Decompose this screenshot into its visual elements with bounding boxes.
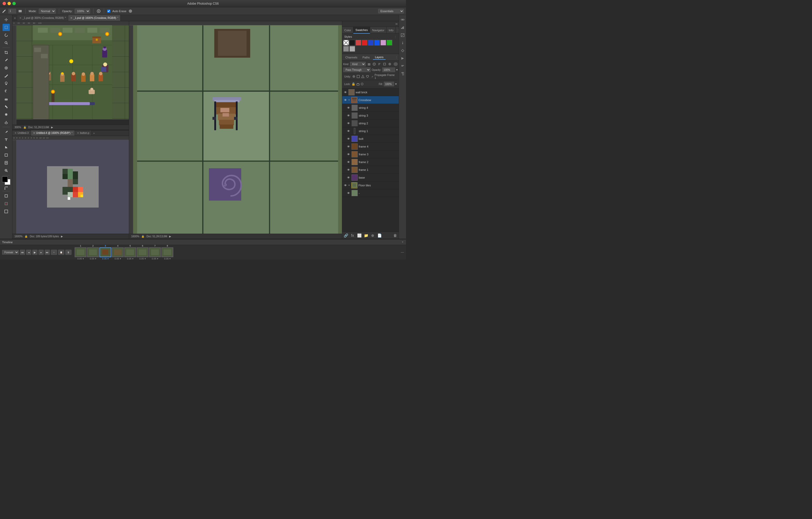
frame-item-5[interactable]: 5 0,05 ▾ (124, 245, 136, 260)
style-swatch-red1[interactable] (356, 40, 361, 46)
layer-adjustment-btn[interactable]: ⊕ (370, 233, 375, 238)
layer-panel-options[interactable]: ⋮ (395, 56, 398, 59)
eye-icon-string2[interactable]: 👁 (346, 121, 350, 125)
frame-item-8[interactable]: 8 0,05 ▾ (162, 245, 173, 260)
panel-tab-info[interactable]: Info (387, 27, 396, 34)
pen-tool[interactable] (3, 128, 10, 135)
mode-select[interactable]: Normal (39, 8, 56, 14)
lasso-tool[interactable] (3, 31, 10, 39)
frame-item-2[interactable]: 2 0,05 ▾ (87, 245, 99, 260)
delete-frame-btn[interactable]: 🗑 (65, 250, 71, 255)
tab-1psd-300[interactable]: ✕ _1.psd @ 300% (Crossbow, RGB/8) * (17, 15, 68, 21)
unity-icon2[interactable] (356, 75, 360, 78)
standard-mode-btn[interactable] (3, 192, 10, 199)
notes-tool[interactable] (3, 159, 10, 166)
styles-options-btn[interactable]: ⋮ (394, 35, 397, 38)
essentials-select[interactable]: Essentials (378, 9, 404, 13)
screen-mode-btn[interactable] (3, 208, 10, 215)
tab-close-icon-1[interactable]: ✕ (19, 17, 22, 19)
filter-toggle[interactable] (394, 62, 398, 66)
channel-mixer-btn[interactable] (399, 16, 406, 23)
adjust-filter-icon[interactable] (372, 62, 376, 66)
big-canvas-1600[interactable] (133, 25, 342, 234)
eye-icon-floor-tiles[interactable]: 👁 (343, 183, 347, 187)
quickmask-btn[interactable] (3, 200, 10, 207)
smart-filter-icon[interactable] (388, 62, 392, 66)
color-swatches[interactable] (2, 176, 10, 185)
style-swatch-black[interactable] (349, 40, 355, 46)
layer-frame2[interactable]: 👁 frame 2 (342, 158, 399, 166)
actions-btn[interactable] (399, 55, 406, 62)
foreground-color-swatch[interactable] (2, 176, 8, 182)
game-canvas-300[interactable] (16, 25, 129, 119)
tween-btn[interactable]: ≈ (51, 250, 57, 255)
style-swatch-green[interactable] (387, 40, 392, 46)
text-right-btn[interactable] (399, 62, 406, 70)
layer-string4[interactable]: 👁 string 4 (342, 104, 399, 112)
panel-tab-swatches[interactable]: Swatches (353, 27, 370, 34)
layer-wall-brick[interactable]: 👁 wall brick (342, 88, 399, 96)
frame-item-6[interactable]: 6 0,05 ▾ (137, 245, 148, 260)
eye-icon-base[interactable]: 👁 (346, 175, 350, 180)
style-swatch-purple[interactable] (380, 40, 386, 46)
dodge-tool[interactable] (3, 119, 10, 126)
tablet-icon[interactable] (128, 9, 133, 13)
panel-options-btn[interactable]: ⋮ (396, 29, 399, 31)
style-swatch-red2[interactable] (362, 40, 368, 46)
frame-thumb-6[interactable] (137, 247, 148, 257)
history-brush-tool[interactable] (3, 88, 10, 95)
frame-thumb-8[interactable] (162, 247, 173, 257)
layer-base[interactable]: 👁 base (342, 174, 399, 182)
timeline-collapse-btn[interactable]: ▼ (401, 241, 404, 244)
opacity-arrow[interactable]: ▾ (396, 68, 398, 72)
unity-icon1[interactable] (352, 75, 356, 78)
frame-item-7[interactable]: 7 0,05 ▾ (149, 245, 161, 260)
frame-thumb-1[interactable] (75, 247, 87, 257)
shape-filter-icon[interactable] (383, 62, 386, 66)
eye-icon-frame4[interactable]: 👁 (346, 144, 350, 148)
eye-icon-string4[interactable]: 👁 (346, 106, 350, 110)
info-btn[interactable] (399, 39, 406, 47)
layer-dash[interactable]: 👁 - (342, 189, 399, 197)
style-swatch-gray2[interactable] (349, 46, 355, 52)
tab-close-untitled3[interactable]: ✕ (14, 132, 17, 134)
brush-tool[interactable] (3, 72, 10, 79)
unity-icon4[interactable] (366, 75, 369, 78)
loop-select[interactable]: Forever (2, 250, 19, 254)
lock-move-icon[interactable] (356, 82, 359, 86)
kind-select[interactable]: Kind (350, 62, 366, 66)
tab-untitled4[interactable]: ✕ Untitled-4 @ 1600% (RGB/8*) * (31, 130, 75, 136)
auto-erase-checkbox[interactable] (107, 9, 110, 13)
maximize-button[interactable] (12, 2, 16, 5)
layer-new-btn[interactable]: 📄 (377, 233, 382, 238)
layer-string3[interactable]: 👁 string 3 (342, 112, 399, 119)
copy-frame-btn[interactable]: 📋 (58, 250, 64, 255)
layer-frame1[interactable]: 👁 frame 1 (342, 166, 399, 174)
close-button[interactable] (3, 2, 6, 5)
fill-input[interactable] (384, 82, 394, 86)
opacity-select[interactable]: 100% (75, 8, 90, 14)
timeline-expand-right[interactable]: — (401, 250, 404, 254)
eye-icon-frame2[interactable]: 👁 (346, 160, 350, 164)
style-swatch-blue1[interactable] (368, 40, 374, 46)
histogram-btn[interactable] (399, 24, 406, 31)
style-swatch-transparent[interactable] (343, 40, 349, 46)
tab-close-untitled4[interactable]: ✕ (33, 132, 35, 134)
tab-button[interactable]: ✕ button.p (75, 130, 92, 136)
opacity-input[interactable] (382, 67, 395, 72)
brush-tool-icon[interactable] (2, 9, 6, 13)
zoom-tool[interactable] (3, 167, 10, 174)
curves-btn[interactable] (399, 31, 406, 39)
layer-mask-btn[interactable]: ⬜ (357, 233, 362, 238)
unity-icon3[interactable] (361, 75, 365, 78)
frame-item-1[interactable]: 1 0,05 ▾ (75, 245, 87, 260)
eye-icon-wall-brick[interactable]: 👁 (343, 90, 347, 94)
airbrush-icon[interactable] (96, 9, 101, 13)
sidebar-collapse-btn[interactable]: ≫ (395, 23, 398, 25)
spot-heal-tool[interactable] (3, 64, 10, 72)
paragraph-btn[interactable] (399, 70, 406, 78)
brush-options-icon[interactable] (18, 9, 22, 13)
frame-thumb-4[interactable] (112, 247, 124, 257)
window-controls[interactable] (3, 2, 16, 5)
floor-tiles-expand-icon[interactable]: ▾ (348, 184, 350, 187)
